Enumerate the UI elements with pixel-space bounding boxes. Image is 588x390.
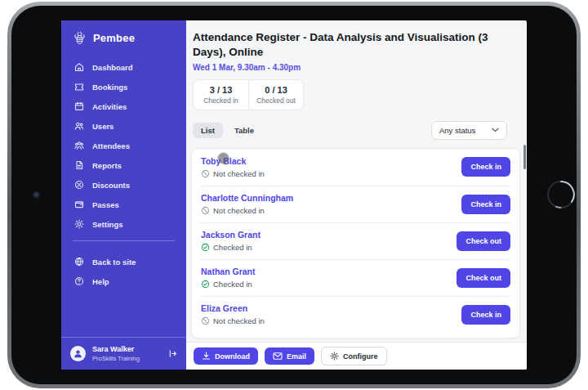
attendee-list: Toby BlackNot checked inCheck inCharlott…	[191, 148, 520, 338]
configure-label: Configure	[343, 352, 378, 361]
sidebar-item-label: Back to site	[92, 258, 136, 267]
discount-icon	[74, 180, 84, 190]
document-icon	[74, 160, 84, 170]
attendee-status: Not checked in	[201, 169, 265, 178]
download-label: Download	[215, 352, 250, 361]
sidebar-item-help[interactable]: Help	[61, 271, 186, 291]
logout-icon[interactable]	[168, 349, 177, 358]
attendee-row: Jackson GrantChecked inCheck out	[200, 222, 511, 259]
attendee-status-label: Not checked in	[213, 169, 265, 178]
status-filter-select[interactable]: Any status	[431, 121, 507, 140]
check-out-button[interactable]: Check out	[457, 268, 510, 288]
slash-circle-icon	[201, 206, 210, 215]
attendee-name-link[interactable]: Charlotte Cunningham	[201, 193, 293, 203]
attendee-status-label: Not checked in	[213, 316, 265, 325]
attendee-status-label: Checked in	[213, 280, 252, 289]
email-label: Email	[287, 352, 306, 361]
stats-card: 3 / 13 Checked in 0 / 13 Checked out	[193, 79, 304, 110]
sidebar-nav: DashboardBookingsActivitiesUsersAttendee…	[61, 53, 186, 234]
stat-checked-in: 3 / 13 Checked in	[194, 80, 248, 110]
check-circle-icon	[201, 280, 210, 289]
attendee-status: Not checked in	[201, 206, 293, 215]
user-name: Sara Walker	[92, 345, 140, 354]
slash-circle-icon	[201, 169, 210, 178]
gear-icon	[330, 352, 339, 361]
attendee-status: Checked in	[201, 280, 256, 289]
sidebar-item-activities[interactable]: Activities	[61, 96, 186, 116]
gear-icon	[74, 219, 84, 229]
attendee-row: Charlotte CunninghamNot checked inCheck …	[200, 186, 511, 222]
sidebar-secondary-nav: Back to siteHelp	[61, 248, 186, 291]
stat-checked-in-label: Checked in	[195, 96, 247, 105]
chevron-down-icon	[492, 128, 499, 132]
download-button[interactable]: Download	[194, 347, 258, 365]
wallet-icon	[74, 199, 84, 209]
sidebar-item-label: Discounts	[92, 181, 130, 190]
sidebar-item-dashboard[interactable]: Dashboard	[61, 57, 186, 77]
sidebar-item-discounts[interactable]: Discounts	[61, 175, 186, 195]
stat-checked-in-value: 3 / 13	[195, 85, 247, 95]
sidebar-item-label: Passes	[92, 200, 119, 209]
home-button[interactable]	[546, 179, 577, 210]
sidebar-item-label: Users	[92, 122, 114, 131]
check-circle-icon	[201, 243, 210, 252]
sidebar-item-back-to-site[interactable]: Back to site	[61, 252, 186, 271]
attendee-status: Checked in	[201, 243, 261, 252]
calendar-icon	[74, 101, 84, 111]
attendee-name-link[interactable]: Toby Black	[201, 156, 265, 166]
main-panel: Attendance Register - Data Analysis and …	[186, 20, 527, 370]
bee-icon	[72, 30, 87, 46]
attendee-name-link[interactable]: Eliza Green	[201, 303, 265, 313]
attendee-status-label: Not checked in	[213, 206, 265, 215]
tab-list[interactable]: List	[193, 123, 223, 138]
sidebar-item-settings[interactable]: Settings	[61, 214, 186, 234]
sidebar-item-reports[interactable]: Reports	[61, 155, 186, 175]
users-icon	[74, 121, 84, 131]
sidebar-item-label: Help	[92, 277, 109, 286]
attendee-name-link[interactable]: Nathan Grant	[201, 267, 256, 276]
camera-icon	[33, 191, 40, 199]
scrollbar-thumb[interactable]	[523, 145, 526, 169]
sidebar-item-attendees[interactable]: Attendees	[61, 136, 186, 155]
sidebar-item-label: Bookings	[92, 83, 127, 92]
attendees-icon	[74, 141, 84, 150]
status-filter-value: Any status	[439, 126, 475, 135]
attendee-row: Nathan GrantChecked inCheck out	[200, 259, 511, 296]
brand: Pembee	[61, 20, 186, 53]
sidebar-divider	[73, 240, 175, 241]
sidebar-item-label: Attendees	[92, 141, 130, 150]
attendee-status-label: Checked in	[213, 243, 252, 252]
page-title: Attendance Register - Data Analysis and …	[193, 30, 514, 60]
check-in-button[interactable]: Check in	[461, 305, 510, 325]
brand-name: Pembee	[93, 32, 135, 44]
sidebar-item-users[interactable]: Users	[61, 116, 186, 136]
sidebar-item-label: Activities	[92, 102, 127, 111]
event-datetime: Wed 1 Mar, 9.30am - 4.30pm	[193, 63, 514, 72]
attendee-row: Eliza GreenNot checked inCheck in	[200, 296, 511, 333]
sidebar: Pembee DashboardBookingsActivitiesUsersA…	[61, 20, 186, 370]
ticket-icon	[74, 82, 84, 92]
slash-circle-icon	[201, 316, 210, 325]
avatar	[70, 346, 86, 361]
stat-checked-out-label: Checked out	[251, 96, 301, 105]
stat-checked-out: 0 / 13 Checked out	[248, 80, 303, 110]
email-icon	[273, 352, 283, 361]
home-icon	[74, 62, 84, 72]
sidebar-item-bookings[interactable]: Bookings	[61, 77, 186, 96]
configure-button[interactable]: Configure	[321, 347, 387, 365]
help-icon	[74, 276, 84, 286]
screen: Pembee DashboardBookingsActivitiesUsersA…	[61, 20, 527, 370]
footer-toolbar: Download Email Configure	[186, 342, 527, 370]
attendee-row: Toby BlackNot checked inCheck in	[200, 149, 511, 186]
tab-table[interactable]: Table	[226, 123, 262, 138]
check-in-button[interactable]: Check in	[461, 195, 510, 214]
sidebar-item-label: Dashboard	[92, 63, 133, 72]
check-in-button[interactable]: Check in	[461, 157, 510, 177]
view-tabs: List Table Any status	[193, 121, 514, 140]
sidebar-item-label: Reports	[92, 161, 122, 170]
stat-checked-out-value: 0 / 13	[251, 85, 301, 95]
check-out-button[interactable]: Check out	[457, 231, 510, 251]
sidebar-item-passes[interactable]: Passes	[61, 195, 186, 214]
email-button[interactable]: Email	[265, 347, 314, 365]
attendee-name-link[interactable]: Jackson Grant	[201, 230, 261, 240]
